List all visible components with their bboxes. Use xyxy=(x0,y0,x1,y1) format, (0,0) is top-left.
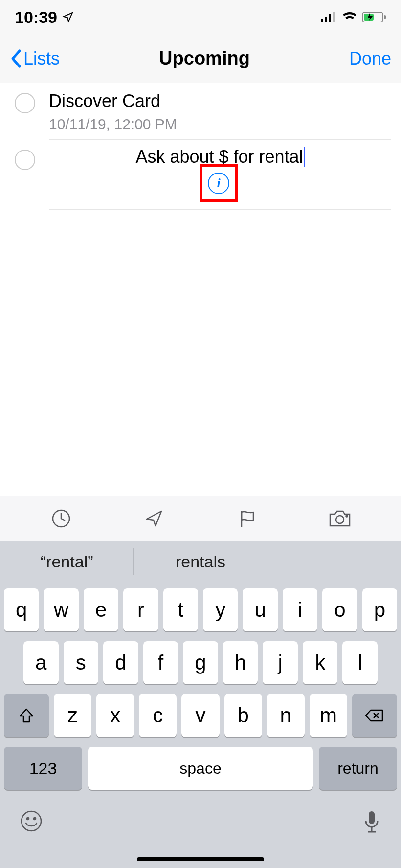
status-time: 10:39 xyxy=(15,8,57,27)
key-y[interactable]: y xyxy=(203,588,238,631)
key-g[interactable]: g xyxy=(183,641,218,684)
flag-toolbar-button[interactable] xyxy=(235,507,259,530)
wifi-icon xyxy=(342,12,357,22)
info-button[interactable]: i xyxy=(208,173,229,194)
key-u[interactable]: u xyxy=(243,588,277,631)
dictation-button[interactable] xyxy=(362,809,381,835)
keyboard-suggestions: “rental” rentals xyxy=(0,541,401,583)
home-indicator[interactable] xyxy=(137,857,264,861)
reminder-row[interactable]: Discover Card 10/11/19, 12:00 PM xyxy=(0,83,401,140)
svg-point-12 xyxy=(22,811,41,831)
complete-toggle[interactable] xyxy=(15,93,35,113)
page-title: Upcoming xyxy=(159,48,250,69)
key-a[interactable]: a xyxy=(23,641,59,684)
svg-point-13 xyxy=(27,818,29,820)
key-shift[interactable] xyxy=(4,694,49,737)
svg-rect-2 xyxy=(329,14,331,22)
svg-point-14 xyxy=(34,818,36,820)
key-h[interactable]: h xyxy=(223,641,258,684)
suggestion-3[interactable] xyxy=(267,541,401,583)
key-d[interactable]: d xyxy=(103,641,138,684)
key-o[interactable]: o xyxy=(322,588,357,631)
svg-rect-1 xyxy=(325,17,327,22)
done-button[interactable]: Done xyxy=(349,48,391,69)
svg-point-9 xyxy=(346,515,348,517)
key-space[interactable]: space xyxy=(88,747,313,790)
key-i[interactable]: i xyxy=(283,588,317,631)
key-return[interactable]: return xyxy=(319,747,397,790)
key-r[interactable]: r xyxy=(123,588,158,631)
key-z[interactable]: z xyxy=(54,694,91,737)
key-p[interactable]: p xyxy=(362,588,397,631)
key-backspace[interactable] xyxy=(352,694,397,737)
key-q[interactable]: q xyxy=(4,588,39,631)
navigation-bar: Lists Upcoming Done xyxy=(0,34,401,83)
svg-rect-0 xyxy=(321,19,323,22)
keyboard-toolbar xyxy=(0,496,401,541)
key-s[interactable]: s xyxy=(64,641,99,684)
text-cursor xyxy=(304,147,305,167)
complete-toggle[interactable] xyxy=(15,150,35,170)
location-icon xyxy=(62,11,74,23)
suggestion-2[interactable]: rentals xyxy=(134,541,267,583)
svg-rect-5 xyxy=(384,15,386,19)
time-toolbar-button[interactable] xyxy=(49,507,73,530)
reminder-subtitle: 10/11/19, 12:00 PM xyxy=(49,116,391,132)
svg-rect-15 xyxy=(369,811,375,824)
key-v[interactable]: v xyxy=(181,694,219,737)
status-bar: 10:39 xyxy=(0,0,401,34)
key-t[interactable]: t xyxy=(163,588,198,631)
key-f[interactable]: f xyxy=(143,641,178,684)
key-k[interactable]: k xyxy=(303,641,338,684)
key-x[interactable]: x xyxy=(96,694,134,737)
cellular-signal-icon xyxy=(321,12,337,22)
keyboard: q w e r t y u i o p a s d f g h j k l xyxy=(0,583,401,800)
chevron-left-icon xyxy=(10,49,22,68)
svg-point-8 xyxy=(336,516,344,523)
key-j[interactable]: j xyxy=(263,641,298,684)
back-button[interactable]: Lists xyxy=(10,48,60,69)
camera-toolbar-button[interactable] xyxy=(328,507,352,530)
reminder-row-editing[interactable]: Ask about $ for rental i xyxy=(0,140,401,210)
key-n[interactable]: n xyxy=(267,694,305,737)
emoji-button[interactable] xyxy=(20,809,43,833)
svg-rect-3 xyxy=(333,12,335,22)
empty-area[interactable] xyxy=(0,210,401,496)
key-numbers[interactable]: 123 xyxy=(4,747,82,790)
suggestion-1[interactable]: “rental” xyxy=(0,541,134,583)
key-b[interactable]: b xyxy=(224,694,262,737)
key-w[interactable]: w xyxy=(44,588,78,631)
back-label: Lists xyxy=(23,48,60,69)
battery-charging-icon xyxy=(362,11,386,23)
annotation-highlight: i xyxy=(200,164,238,202)
key-l[interactable]: l xyxy=(342,641,378,684)
key-c[interactable]: c xyxy=(139,694,177,737)
location-toolbar-button[interactable] xyxy=(142,507,166,530)
reminders-list: Discover Card 10/11/19, 12:00 PM Ask abo… xyxy=(0,83,401,210)
key-e[interactable]: e xyxy=(84,588,118,631)
key-m[interactable]: m xyxy=(310,694,347,737)
info-icon: i xyxy=(217,176,220,191)
reminder-title: Discover Card xyxy=(49,90,391,113)
